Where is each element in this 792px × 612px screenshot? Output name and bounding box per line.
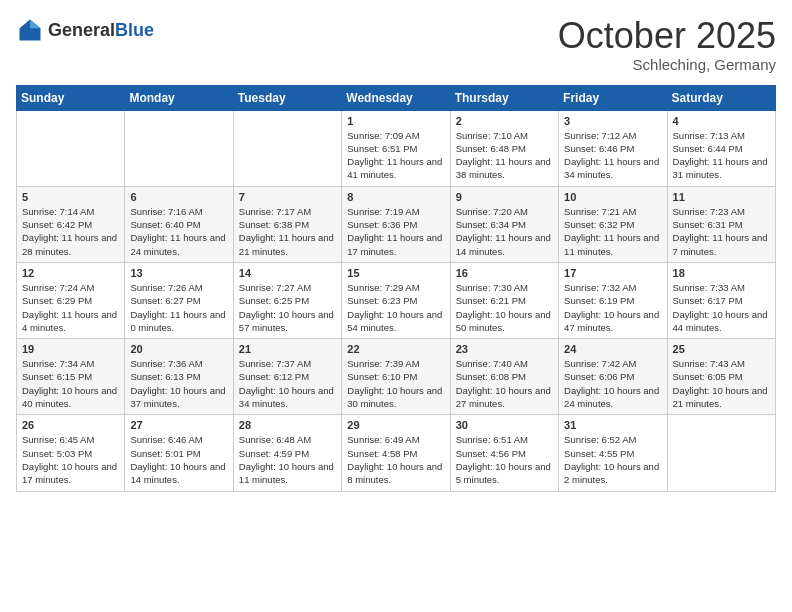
calendar-cell: 17Sunrise: 7:32 AM Sunset: 6:19 PM Dayli…: [559, 262, 667, 338]
day-number: 17: [564, 267, 661, 279]
day-info: Sunrise: 7:21 AM Sunset: 6:32 PM Dayligh…: [564, 205, 661, 258]
day-info: Sunrise: 6:52 AM Sunset: 4:55 PM Dayligh…: [564, 433, 661, 486]
day-number: 16: [456, 267, 553, 279]
calendar-week-row: 26Sunrise: 6:45 AM Sunset: 5:03 PM Dayli…: [17, 415, 776, 491]
calendar-cell: 1Sunrise: 7:09 AM Sunset: 6:51 PM Daylig…: [342, 110, 450, 186]
day-number: 9: [456, 191, 553, 203]
day-number: 14: [239, 267, 336, 279]
day-info: Sunrise: 7:42 AM Sunset: 6:06 PM Dayligh…: [564, 357, 661, 410]
calendar-week-row: 19Sunrise: 7:34 AM Sunset: 6:15 PM Dayli…: [17, 339, 776, 415]
calendar-week-row: 5Sunrise: 7:14 AM Sunset: 6:42 PM Daylig…: [17, 186, 776, 262]
calendar-cell: 9Sunrise: 7:20 AM Sunset: 6:34 PM Daylig…: [450, 186, 558, 262]
calendar-cell: 12Sunrise: 7:24 AM Sunset: 6:29 PM Dayli…: [17, 262, 125, 338]
calendar-cell: 2Sunrise: 7:10 AM Sunset: 6:48 PM Daylig…: [450, 110, 558, 186]
location: Schleching, Germany: [558, 56, 776, 73]
day-info: Sunrise: 7:14 AM Sunset: 6:42 PM Dayligh…: [22, 205, 119, 258]
calendar-cell: 20Sunrise: 7:36 AM Sunset: 6:13 PM Dayli…: [125, 339, 233, 415]
day-info: Sunrise: 7:30 AM Sunset: 6:21 PM Dayligh…: [456, 281, 553, 334]
svg-marker-1: [30, 20, 41, 29]
logo: GeneralBlue: [16, 16, 154, 44]
day-number: 3: [564, 115, 661, 127]
calendar-cell: 11Sunrise: 7:23 AM Sunset: 6:31 PM Dayli…: [667, 186, 775, 262]
day-info: Sunrise: 7:10 AM Sunset: 6:48 PM Dayligh…: [456, 129, 553, 182]
calendar-cell: 26Sunrise: 6:45 AM Sunset: 5:03 PM Dayli…: [17, 415, 125, 491]
day-number: 23: [456, 343, 553, 355]
calendar-cell: 3Sunrise: 7:12 AM Sunset: 6:46 PM Daylig…: [559, 110, 667, 186]
weekday-header-sunday: Sunday: [17, 85, 125, 110]
weekday-header-thursday: Thursday: [450, 85, 558, 110]
day-number: 10: [564, 191, 661, 203]
day-info: Sunrise: 7:43 AM Sunset: 6:05 PM Dayligh…: [673, 357, 770, 410]
logo-general: GeneralBlue: [48, 21, 154, 40]
calendar-cell: 19Sunrise: 7:34 AM Sunset: 6:15 PM Dayli…: [17, 339, 125, 415]
day-info: Sunrise: 6:49 AM Sunset: 4:58 PM Dayligh…: [347, 433, 444, 486]
calendar-cell: 14Sunrise: 7:27 AM Sunset: 6:25 PM Dayli…: [233, 262, 341, 338]
day-number: 13: [130, 267, 227, 279]
day-number: 29: [347, 419, 444, 431]
day-info: Sunrise: 6:45 AM Sunset: 5:03 PM Dayligh…: [22, 433, 119, 486]
day-number: 24: [564, 343, 661, 355]
day-info: Sunrise: 7:24 AM Sunset: 6:29 PM Dayligh…: [22, 281, 119, 334]
calendar-cell: 24Sunrise: 7:42 AM Sunset: 6:06 PM Dayli…: [559, 339, 667, 415]
day-number: 22: [347, 343, 444, 355]
day-info: Sunrise: 6:48 AM Sunset: 4:59 PM Dayligh…: [239, 433, 336, 486]
day-info: Sunrise: 7:32 AM Sunset: 6:19 PM Dayligh…: [564, 281, 661, 334]
calendar-cell: 16Sunrise: 7:30 AM Sunset: 6:21 PM Dayli…: [450, 262, 558, 338]
day-info: Sunrise: 7:34 AM Sunset: 6:15 PM Dayligh…: [22, 357, 119, 410]
calendar-cell: 5Sunrise: 7:14 AM Sunset: 6:42 PM Daylig…: [17, 186, 125, 262]
page-header: GeneralBlue October 2025 Schleching, Ger…: [16, 16, 776, 73]
calendar-cell: 28Sunrise: 6:48 AM Sunset: 4:59 PM Dayli…: [233, 415, 341, 491]
weekday-header-monday: Monday: [125, 85, 233, 110]
calendar-cell: [233, 110, 341, 186]
day-number: 15: [347, 267, 444, 279]
day-info: Sunrise: 7:13 AM Sunset: 6:44 PM Dayligh…: [673, 129, 770, 182]
day-number: 7: [239, 191, 336, 203]
day-info: Sunrise: 7:29 AM Sunset: 6:23 PM Dayligh…: [347, 281, 444, 334]
day-info: Sunrise: 7:33 AM Sunset: 6:17 PM Dayligh…: [673, 281, 770, 334]
day-number: 19: [22, 343, 119, 355]
calendar-cell: 10Sunrise: 7:21 AM Sunset: 6:32 PM Dayli…: [559, 186, 667, 262]
calendar-cell: 23Sunrise: 7:40 AM Sunset: 6:08 PM Dayli…: [450, 339, 558, 415]
day-number: 6: [130, 191, 227, 203]
day-number: 25: [673, 343, 770, 355]
day-number: 5: [22, 191, 119, 203]
day-info: Sunrise: 7:16 AM Sunset: 6:40 PM Dayligh…: [130, 205, 227, 258]
day-info: Sunrise: 7:37 AM Sunset: 6:12 PM Dayligh…: [239, 357, 336, 410]
calendar-cell: 7Sunrise: 7:17 AM Sunset: 6:38 PM Daylig…: [233, 186, 341, 262]
day-number: 11: [673, 191, 770, 203]
day-info: Sunrise: 7:27 AM Sunset: 6:25 PM Dayligh…: [239, 281, 336, 334]
day-number: 31: [564, 419, 661, 431]
calendar-week-row: 1Sunrise: 7:09 AM Sunset: 6:51 PM Daylig…: [17, 110, 776, 186]
logo-icon: [16, 16, 44, 44]
calendar-cell: 22Sunrise: 7:39 AM Sunset: 6:10 PM Dayli…: [342, 339, 450, 415]
weekday-header-tuesday: Tuesday: [233, 85, 341, 110]
calendar-cell: 13Sunrise: 7:26 AM Sunset: 6:27 PM Dayli…: [125, 262, 233, 338]
weekday-header-friday: Friday: [559, 85, 667, 110]
calendar-cell: [17, 110, 125, 186]
month-title: October 2025: [558, 16, 776, 56]
calendar-cell: 25Sunrise: 7:43 AM Sunset: 6:05 PM Dayli…: [667, 339, 775, 415]
day-number: 12: [22, 267, 119, 279]
calendar-table: SundayMondayTuesdayWednesdayThursdayFrid…: [16, 85, 776, 492]
day-info: Sunrise: 7:36 AM Sunset: 6:13 PM Dayligh…: [130, 357, 227, 410]
day-info: Sunrise: 7:40 AM Sunset: 6:08 PM Dayligh…: [456, 357, 553, 410]
calendar-cell: 15Sunrise: 7:29 AM Sunset: 6:23 PM Dayli…: [342, 262, 450, 338]
day-number: 2: [456, 115, 553, 127]
calendar-cell: [667, 415, 775, 491]
calendar-cell: 6Sunrise: 7:16 AM Sunset: 6:40 PM Daylig…: [125, 186, 233, 262]
calendar-cell: 29Sunrise: 6:49 AM Sunset: 4:58 PM Dayli…: [342, 415, 450, 491]
day-number: 26: [22, 419, 119, 431]
day-info: Sunrise: 7:17 AM Sunset: 6:38 PM Dayligh…: [239, 205, 336, 258]
calendar-cell: 31Sunrise: 6:52 AM Sunset: 4:55 PM Dayli…: [559, 415, 667, 491]
day-info: Sunrise: 7:09 AM Sunset: 6:51 PM Dayligh…: [347, 129, 444, 182]
day-info: Sunrise: 6:46 AM Sunset: 5:01 PM Dayligh…: [130, 433, 227, 486]
calendar-cell: 4Sunrise: 7:13 AM Sunset: 6:44 PM Daylig…: [667, 110, 775, 186]
day-number: 28: [239, 419, 336, 431]
weekday-header-wednesday: Wednesday: [342, 85, 450, 110]
day-number: 8: [347, 191, 444, 203]
calendar-cell: [125, 110, 233, 186]
day-info: Sunrise: 7:23 AM Sunset: 6:31 PM Dayligh…: [673, 205, 770, 258]
day-number: 1: [347, 115, 444, 127]
day-info: Sunrise: 7:20 AM Sunset: 6:34 PM Dayligh…: [456, 205, 553, 258]
title-block: October 2025 Schleching, Germany: [558, 16, 776, 73]
